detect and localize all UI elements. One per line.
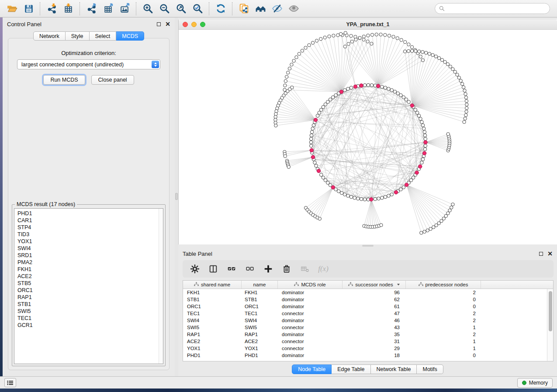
refresh-icon[interactable] <box>213 2 228 16</box>
delete-column-icon[interactable] <box>280 263 293 275</box>
toolbar-separator <box>40 2 40 15</box>
table-row[interactable]: TEC1TEC1connector472 <box>183 310 547 317</box>
list-item[interactable]: ACE2 <box>17 273 163 280</box>
network-file-icon[interactable] <box>236 2 251 16</box>
zoom-fit-icon[interactable] <box>173 2 188 16</box>
tab-mcds[interactable]: MCDS <box>116 31 144 41</box>
maximize-window-icon[interactable] <box>200 22 205 27</box>
node-table: shared name name MCDS role successor nod… <box>183 280 554 361</box>
tab-network-table[interactable]: Network Table <box>371 364 417 374</box>
minimize-window-icon[interactable] <box>191 22 197 27</box>
table-row[interactable]: YOX1YOX1connector291 <box>183 345 547 352</box>
list-item[interactable]: SWI4 <box>17 245 163 252</box>
list-item[interactable]: TEC1 <box>17 315 163 322</box>
scrollbar-thumb[interactable] <box>549 291 552 331</box>
open-icon[interactable] <box>4 2 19 16</box>
table-row[interactable]: ACE2ACE2connector311 <box>183 338 547 345</box>
list-icon <box>7 380 14 385</box>
import-network-icon[interactable] <box>44 2 59 16</box>
list-item[interactable]: RAP1 <box>17 294 163 301</box>
list-item[interactable]: FKH1 <box>17 266 163 273</box>
table-cell: ORC1 <box>242 304 278 309</box>
column-type-icon <box>348 282 353 287</box>
close-panel-icon[interactable]: ✕ <box>165 22 170 26</box>
float-panel-icon[interactable] <box>157 22 161 26</box>
zoom-out-icon[interactable] <box>157 2 172 16</box>
first-neighbors-icon[interactable] <box>253 2 268 16</box>
show-all-icon[interactable] <box>286 2 301 16</box>
import-table-icon[interactable] <box>61 2 76 16</box>
table-row[interactable]: STB1STB1dominator620 <box>183 296 547 303</box>
split-view-icon[interactable] <box>207 263 219 275</box>
vertical-splitter[interactable] <box>175 17 178 376</box>
app-window: Control Panel ✕ Network Style Select MCD… <box>0 0 557 392</box>
run-mcds-button[interactable]: Run MCDS <box>43 75 85 85</box>
column-header-predecessor-nodes[interactable]: predecessor nodes <box>406 281 481 289</box>
table-row[interactable]: SWI5SWI5connector431 <box>183 324 547 331</box>
export-table-icon[interactable] <box>100 2 115 16</box>
list-item[interactable]: ORC1 <box>17 287 163 294</box>
tab-motifs[interactable]: Motifs <box>417 364 443 374</box>
tab-style[interactable]: Style <box>66 31 90 41</box>
table-cell: FKH1 <box>183 290 242 295</box>
table-cell: 18 <box>343 353 406 358</box>
export-image-icon[interactable] <box>117 2 132 16</box>
list-item[interactable]: GCR1 <box>17 322 163 329</box>
save-icon[interactable] <box>21 2 36 16</box>
list-item[interactable]: STP4 <box>17 224 163 231</box>
column-header-shared-name[interactable]: shared name <box>183 281 242 289</box>
tab-network[interactable]: Network <box>33 31 66 41</box>
close-panel-icon[interactable]: ✕ <box>547 252 553 256</box>
export-network-icon[interactable] <box>84 2 99 16</box>
settings-icon[interactable] <box>189 263 201 275</box>
table-cell: SWI5 <box>183 325 242 330</box>
list-item[interactable]: PMA2 <box>17 259 163 266</box>
table-row[interactable]: RAP1RAP1dominator352 <box>183 331 547 338</box>
deselect-all-icon[interactable] <box>244 263 256 275</box>
list-item[interactable]: STB5 <box>17 280 163 287</box>
task-history-button[interactable] <box>4 378 16 387</box>
select-all-icon[interactable] <box>225 263 238 275</box>
list-item[interactable]: TID3 <box>17 231 163 238</box>
network-graph[interactable] <box>179 30 557 244</box>
search-icon <box>439 5 445 12</box>
splitter-grip[interactable] <box>362 245 374 247</box>
list-item[interactable]: YOX1 <box>17 238 163 245</box>
hide-selected-icon[interactable] <box>270 2 284 16</box>
zoom-in-icon[interactable] <box>140 2 155 16</box>
tab-node-table[interactable]: Node Table <box>292 364 332 374</box>
search-box[interactable] <box>435 3 550 14</box>
network-window-titlebar[interactable]: YPA_prune.txt_1 <box>179 20 557 30</box>
sort-descending-icon <box>397 284 400 285</box>
column-header-successor-nodes[interactable]: successor nodes <box>343 281 406 289</box>
list-item[interactable]: STB1 <box>17 301 163 308</box>
column-header-mcds-role[interactable]: MCDS role <box>278 281 343 289</box>
table-cell: 2 <box>406 318 481 323</box>
table-scrollbar[interactable] <box>547 289 553 361</box>
close-panel-button[interactable]: Close panel <box>91 75 134 85</box>
network-canvas[interactable] <box>179 30 557 244</box>
table-row[interactable]: FKH1FKH1dominator962 <box>183 289 547 296</box>
add-column-icon[interactable] <box>262 263 274 275</box>
search-input[interactable] <box>445 6 550 12</box>
close-window-icon[interactable] <box>183 22 188 27</box>
memory-button[interactable]: Memory <box>517 378 553 388</box>
list-item[interactable]: SWI5 <box>17 308 163 315</box>
list-item[interactable]: SRD1 <box>17 252 163 259</box>
criterion-dropdown[interactable]: largest connected component (undirected) <box>17 59 160 69</box>
table-row[interactable]: PHD1PHD1dominator180 <box>183 352 547 359</box>
mcds-result-list[interactable]: PHD1CAR1STP4TID3YOX1SWI4SRD1PMA2FKH1ACE2… <box>14 208 163 364</box>
zoom-selected-icon[interactable] <box>190 2 205 16</box>
tab-edge-table[interactable]: Edge Table <box>332 364 370 374</box>
list-scrollbar[interactable] <box>159 209 163 364</box>
list-item[interactable]: CAR1 <box>17 217 163 224</box>
column-header-name[interactable]: name <box>242 281 278 289</box>
float-panel-icon[interactable] <box>539 252 543 256</box>
table-row[interactable]: SWI4SWI4dominator462 <box>183 317 547 324</box>
toolbar-separator <box>80 2 80 15</box>
splitter-grip[interactable] <box>175 193 178 200</box>
table-row[interactable]: ORC1ORC1dominator610 <box>183 303 547 310</box>
list-item[interactable]: PHD1 <box>17 210 163 217</box>
tab-select[interactable]: Select <box>90 31 117 41</box>
main-toolbar <box>0 0 557 17</box>
